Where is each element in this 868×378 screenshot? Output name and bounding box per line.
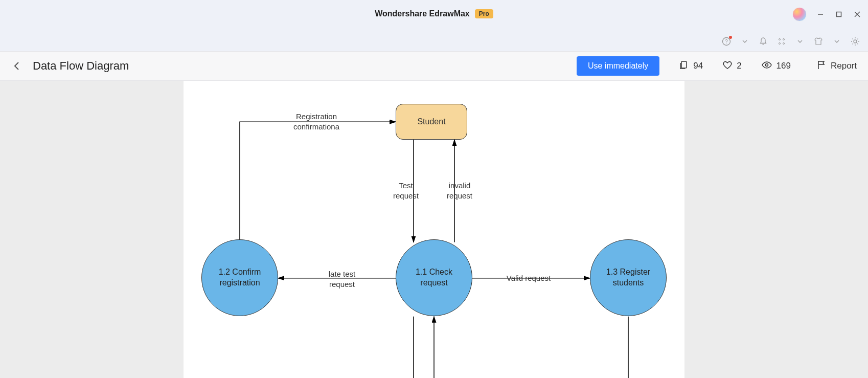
copy-icon [679,60,689,73]
process-1-3-register-students[interactable]: 1.3 Register students [590,239,667,316]
chevron-down-icon[interactable] [832,37,841,46]
chevron-down-icon[interactable] [740,37,749,46]
close-button[interactable] [853,10,862,19]
edge-label-registration-confirmation: Registration confirmationa [286,112,347,131]
process-1-1-line1: 1.1 Check [416,267,452,278]
notification-dot [729,36,732,39]
shirt-icon[interactable] [814,37,823,46]
titlebar: Wondershare EdrawMax Pro ? [0,0,868,51]
svg-rect-1 [837,12,841,17]
svg-text:?: ? [725,39,728,45]
heart-icon [722,60,733,73]
toolbar-icons: ? [722,37,860,46]
flag-icon [816,60,827,73]
subheader: Data Flow Diagram Use immediately 94 2 1… [0,51,868,81]
views-stat[interactable]: 169 [761,60,791,73]
copies-stat[interactable]: 94 [679,60,703,73]
likes-count: 2 [737,61,741,71]
entity-student-label: Student [417,117,445,126]
views-count: 169 [776,61,791,71]
back-button[interactable] [11,60,22,72]
edge-label-valid-request: Valid request [498,273,559,283]
use-immediately-button[interactable]: Use immediately [577,56,659,76]
eye-icon [761,60,772,73]
svg-point-13 [765,63,768,66]
avatar[interactable] [792,7,807,21]
report-link[interactable]: Report [816,60,857,73]
grid-icon[interactable] [777,37,786,46]
svg-rect-12 [681,61,687,68]
process-1-2-line1: 1.2 Confirm [219,267,261,278]
chevron-down-icon[interactable] [795,37,805,46]
svg-point-7 [779,39,781,40]
maximize-button[interactable] [834,10,843,19]
edge-label-invalid-request: invalid request [442,181,477,201]
copies-count: 94 [693,61,703,71]
gear-icon[interactable] [851,37,860,46]
edge-label-late-test-request: late test request [319,269,365,289]
window-controls [792,7,862,21]
process-1-2-line2: registration [219,278,260,288]
svg-point-9 [779,43,781,45]
svg-point-10 [783,43,785,45]
process-1-3-line2: students [613,278,644,288]
titlebar-center: Wondershare EdrawMax Pro [375,9,493,18]
process-1-1-check-request[interactable]: 1.1 Check request [396,239,472,316]
page-title: Data Flow Diagram [33,59,129,73]
process-1-2-confirm-registration[interactable]: 1.2 Confirm registration [201,239,278,316]
help-icon[interactable]: ? [722,37,731,46]
canvas-wrap: Student 1.2 Confirm registration 1.1 Che… [0,81,868,378]
process-1-3-line1: 1.3 Register [606,267,650,278]
edge-label-test-request: Test request [388,181,424,201]
entity-student[interactable]: Student [396,104,467,140]
pro-badge: Pro [475,9,493,18]
app-name: Wondershare EdrawMax [375,9,470,18]
process-1-1-line2: request [420,278,447,288]
bell-icon[interactable] [759,37,768,46]
likes-stat[interactable]: 2 [722,60,741,73]
svg-point-11 [854,40,857,43]
minimize-button[interactable] [816,10,825,19]
report-label: Report [831,61,857,71]
diagram-canvas[interactable]: Student 1.2 Confirm registration 1.1 Che… [184,81,684,378]
svg-point-8 [783,39,785,40]
